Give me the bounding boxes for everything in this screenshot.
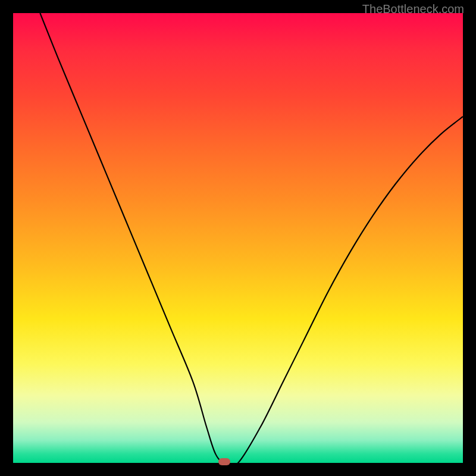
chart-container: TheBottleneck.com xyxy=(0,0,476,476)
curve-layer xyxy=(13,13,463,463)
min-marker xyxy=(218,458,230,465)
data-curve xyxy=(40,13,463,463)
watermark-text: TheBottleneck.com xyxy=(362,2,464,16)
